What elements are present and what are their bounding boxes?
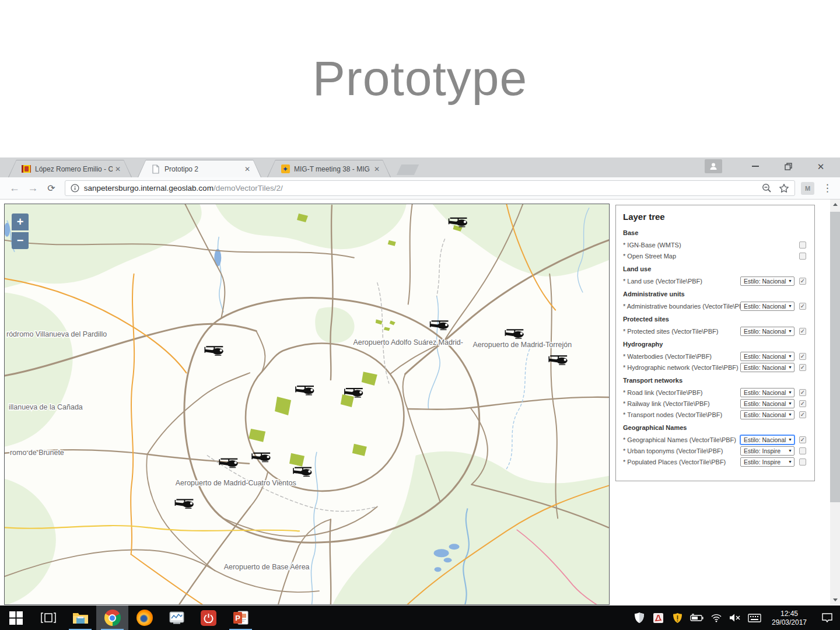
vegetation-patch — [352, 444, 367, 456]
landuse-area — [332, 452, 609, 604]
zoom-out-page-icon[interactable] — [762, 183, 772, 193]
style-select-value: Estilo: Nacional — [744, 389, 786, 396]
warning-shield-icon[interactable] — [668, 606, 687, 630]
reload-button[interactable]: ⟳ — [44, 181, 59, 196]
restore-button[interactable] — [775, 159, 802, 173]
helicopter-icon — [205, 346, 223, 355]
browser-tab-2[interactable]: Prototipo 2✕ — [138, 160, 261, 177]
map-canvas[interactable]: Aeropuerto Adolfo Suárez Madrid-Aeropuer… — [4, 204, 610, 605]
tab-close-icon[interactable]: ✕ — [244, 165, 250, 173]
minimize-button[interactable] — [742, 159, 769, 173]
layer-visibility-checkbox[interactable]: ✓ — [799, 364, 806, 371]
layer-visibility-checkbox[interactable]: ✓ — [799, 389, 806, 396]
road-link — [377, 283, 389, 383]
tab-label: López Romero Emilio - O — [35, 165, 113, 173]
extension-m-icon[interactable]: M — [801, 182, 815, 195]
style-select[interactable]: Estilo: Inspire▼ — [740, 457, 794, 467]
tab-close-icon[interactable]: ✕ — [374, 165, 380, 173]
style-select-value: Estilo: Nacional — [744, 353, 786, 360]
close-button[interactable]: ✕ — [807, 159, 834, 173]
start-button[interactable] — [0, 606, 32, 630]
defender-icon[interactable] — [629, 606, 649, 630]
style-select[interactable]: Estilo: Nacional▼ — [740, 388, 794, 397]
style-select[interactable]: Estilo: Nacional▼ — [740, 399, 794, 408]
chevron-down-icon: ▼ — [788, 449, 792, 453]
style-select[interactable]: Estilo: Nacional▼ — [740, 363, 794, 372]
chevron-down-icon: ▼ — [788, 460, 792, 464]
tab-close-icon[interactable]: ✕ — [115, 165, 121, 173]
chrome-icon[interactable] — [96, 606, 128, 630]
layer-visibility-checkbox[interactable]: ✓ — [799, 411, 806, 418]
road-link — [179, 506, 250, 604]
new-tab-button[interactable] — [397, 164, 419, 175]
profile-icon[interactable] — [705, 159, 722, 173]
road-link — [330, 519, 331, 604]
url-host: sanpetersburgo.internal.geoslab.com — [84, 184, 214, 192]
layer-visibility-checkbox[interactable] — [799, 253, 806, 260]
vegetation-patch — [275, 397, 291, 415]
info-circle-icon[interactable] — [71, 184, 79, 192]
wifi-icon[interactable] — [706, 606, 726, 630]
waterbody — [434, 549, 449, 557]
address-bar[interactable]: sanpetersburgo.internal.geoslab.com/demo… — [65, 180, 795, 196]
layer-visibility-checkbox[interactable]: ✓ — [799, 400, 806, 407]
forward-button[interactable]: → — [26, 181, 41, 196]
browser-tab-1[interactable]: López Romero Emilio - O✕ — [8, 160, 132, 177]
map-label: romo de Brunete — [10, 449, 64, 457]
acrobat-icon[interactable] — [649, 606, 668, 630]
chevron-down-icon: ▼ — [788, 304, 792, 308]
battery-icon[interactable] — [687, 606, 706, 630]
bookmark-star-icon[interactable] — [779, 183, 789, 194]
layer-row: * Urban toponyms (VectorTile\PBF)Estilo:… — [623, 445, 807, 456]
layer-visibility-checkbox[interactable]: ✓ — [799, 278, 806, 285]
map-label: Aeropuerto de Madrid-Cuatro Vientos — [176, 479, 296, 487]
style-select[interactable]: Estilo: Nacional▼ — [740, 410, 794, 419]
layer-visibility-checkbox[interactable]: ✓ — [799, 353, 806, 360]
page-scrollbar[interactable] — [830, 200, 840, 605]
style-select[interactable]: Estilo: Inspire▼ — [740, 446, 794, 456]
firefox-icon[interactable] — [128, 606, 160, 630]
zoom-out-button[interactable]: − — [12, 232, 29, 249]
action-center-icon[interactable] — [814, 606, 840, 630]
file-explorer-icon[interactable] — [64, 606, 96, 630]
task-view-button[interactable] — [32, 606, 64, 630]
menu-dots-icon[interactable]: ⋮ — [821, 182, 833, 194]
chevron-down-icon: ▼ — [788, 279, 792, 283]
vegetation-patch — [341, 394, 354, 407]
touch-keyboard-icon[interactable] — [745, 606, 764, 630]
layer-visibility-checkbox[interactable]: ✓ — [799, 303, 806, 310]
layer-visibility-checkbox[interactable]: ✓ — [799, 328, 806, 335]
style-select[interactable]: Estilo: Nacional▼ — [740, 302, 794, 311]
style-select-value: Estilo: Inspire — [744, 447, 780, 454]
vector-tile-map[interactable]: Aeropuerto Adolfo Suárez Madrid-Aeropuer… — [5, 204, 609, 604]
scrollbar-thumb[interactable] — [830, 212, 840, 502]
zoom-in-button[interactable]: + — [12, 214, 29, 230]
vegetation-patch — [384, 327, 390, 331]
spain-flag-icon — [22, 164, 31, 174]
document-icon — [151, 164, 160, 174]
scroll-up-arrow[interactable] — [830, 200, 840, 209]
style-select[interactable]: Estilo: Nacional▼ — [740, 435, 794, 444]
layer-visibility-checkbox[interactable] — [799, 447, 806, 454]
layer-row: * Administrative boundaries (VectorTile\… — [623, 300, 807, 312]
landuse-area — [5, 479, 56, 604]
style-select[interactable]: Estilo: Nacional▼ — [740, 276, 794, 286]
url-path: /demoVectorTiles/2/ — [214, 184, 283, 192]
windows-taskbar: P 12:45 29/03/2017 — [0, 606, 840, 630]
browser-tab-3[interactable]: ✦MIG-T meeting 38 - MIG✕ — [267, 160, 391, 177]
taskbar-clock[interactable]: 12:45 29/03/2017 — [764, 608, 814, 627]
style-select-value: Estilo: Nacional — [744, 303, 786, 310]
volume-muted-icon[interactable] — [726, 606, 745, 630]
style-select[interactable]: Estilo: Nacional▼ — [740, 352, 794, 361]
layer-visibility-checkbox[interactable] — [799, 459, 806, 466]
power-red-app-icon[interactable] — [192, 606, 225, 630]
performance-monitor-icon[interactable] — [160, 606, 192, 630]
layer-visibility-checkbox[interactable] — [799, 242, 806, 249]
scroll-down-arrow[interactable] — [830, 595, 840, 605]
back-button[interactable]: ← — [7, 181, 22, 196]
chevron-down-icon: ▼ — [788, 438, 792, 442]
layer-visibility-checkbox[interactable]: ✓ — [799, 436, 806, 443]
tab-label: MIG-T meeting 38 - MIG — [294, 165, 372, 173]
style-select[interactable]: Estilo: Nacional▼ — [740, 327, 794, 336]
powerpoint-icon[interactable]: P — [225, 606, 257, 630]
